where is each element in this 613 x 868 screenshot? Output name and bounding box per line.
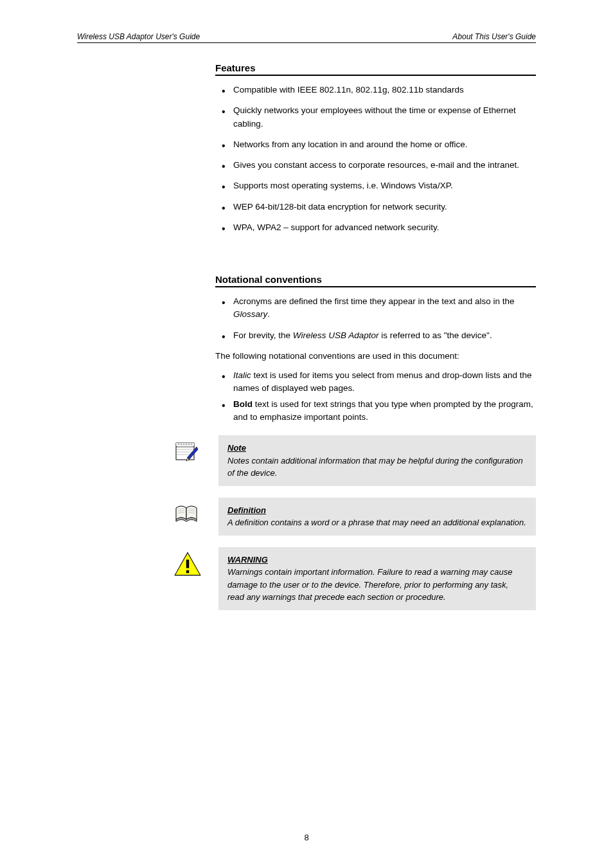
conventions-list-b: Italic text is used for items you select…: [222, 369, 536, 424]
warning-icon: [173, 550, 199, 575]
list-item: WEP 64-bit/128-bit data encryption for n…: [222, 201, 536, 213]
list-item: Compatible with IEEE 802.11n, 802.11g, 8…: [222, 84, 536, 96]
conventions-heading: Notational conventions: [215, 274, 536, 285]
svg-rect-22: [186, 570, 189, 572]
features-heading: Features: [215, 62, 536, 73]
definition-callout: Definition A definition contains a word …: [173, 498, 536, 536]
svg-point-11: [191, 444, 192, 445]
warning-box: WARNING Warnings contain important infor…: [218, 547, 536, 610]
definition-box: Definition A definition contains a word …: [218, 498, 536, 536]
svg-point-6: [178, 444, 179, 445]
list-item: For brevity, the Wireless USB Adaptor is…: [222, 329, 536, 342]
list-item: Gives you constant access to corporate r…: [222, 159, 536, 172]
notepad-icon: [173, 438, 199, 464]
conventions-list-a: Acronyms are defined the first time they…: [222, 295, 536, 342]
note-callout: Note Notes contain additional informatio…: [173, 435, 536, 486]
list-item: Quickly networks your employees without …: [222, 104, 536, 131]
list-item: Acronyms are defined the first time they…: [222, 295, 536, 321]
conventions-intro: The following notational conventions are…: [215, 350, 536, 363]
features-list: Compatible with IEEE 802.11n, 802.11g, 8…: [222, 84, 536, 234]
dictionary-icon: [173, 500, 199, 526]
list-item: WPA, WPA2 – support for advanced network…: [222, 221, 536, 234]
page-number: 8: [0, 833, 613, 842]
svg-point-10: [188, 444, 190, 445]
svg-rect-21: [186, 559, 189, 568]
list-item: Italic text is used for items you select…: [222, 369, 536, 395]
svg-point-7: [181, 444, 182, 445]
warning-callout: WARNING Warnings contain important infor…: [173, 547, 536, 610]
note-box: Note Notes contain additional informatio…: [218, 435, 536, 486]
header-section: About This User's Guide: [452, 32, 536, 41]
svg-point-9: [186, 444, 187, 445]
header-product: Wireless USB Adaptor User's Guide: [77, 32, 200, 41]
features-rule: [215, 75, 536, 76]
svg-point-8: [183, 444, 184, 445]
list-item: Networks from any location in and around…: [222, 138, 536, 151]
list-item: Bold text is used for text strings that …: [222, 398, 536, 424]
conventions-rule: [215, 286, 536, 287]
list-item: Supports most operating systems, i.e. Wi…: [222, 179, 536, 192]
